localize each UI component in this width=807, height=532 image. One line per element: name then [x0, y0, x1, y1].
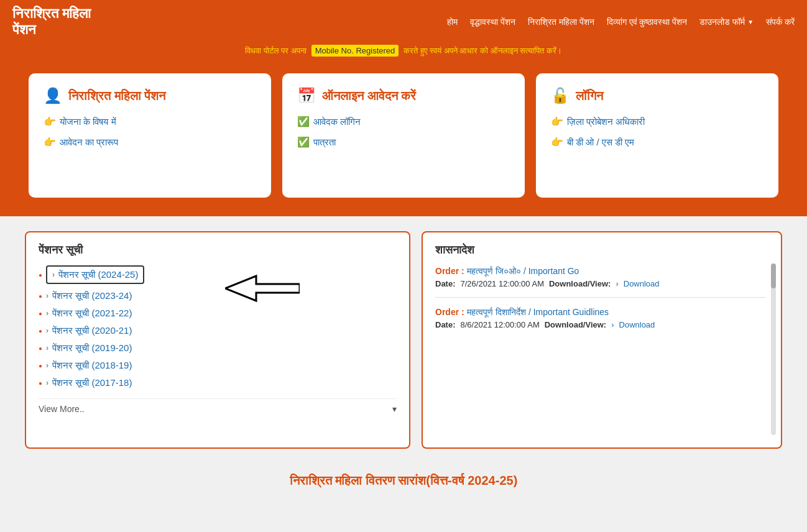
- check-icon-2: ✅: [297, 136, 310, 148]
- card3-link1[interactable]: 👉 ज़िला प्रोबेशन अधिकारी: [551, 116, 763, 127]
- card-online-apply: 📅 ऑनलाइन आवेदन करें ✅ आवेदक लॉगिन ✅ पात्…: [282, 73, 525, 198]
- nav-disabled-pension[interactable]: दिव्यांग एवं कुष्ठावस्था पेंशन: [607, 17, 688, 27]
- list-item: ● › पेंशनर सूची (2019-20): [39, 342, 397, 354]
- card3-link2[interactable]: 👉 बी डी ओ / एस डी एम: [551, 136, 763, 148]
- list-item: ● › पेंशनर सूची (2017-18): [39, 377, 397, 388]
- chevron-icon: ›: [46, 378, 48, 387]
- list-item: ● › पेंशनर सूची (2024-25): [39, 265, 397, 284]
- header: निराश्रित महिला पेंशन होम वृद्धावस्था पे…: [0, 0, 807, 44]
- nav-download-form-label: डाउनलोड फॉर्म: [699, 17, 745, 27]
- pensioner-link-2023[interactable]: पेंशनर सूची (2023-24): [52, 290, 132, 301]
- card1-link2[interactable]: 👉 आवेदन का प्रारूप: [44, 136, 256, 148]
- hand-icon: 👉: [44, 116, 56, 127]
- pensioner-link-2020[interactable]: पेंशनर सूची (2020-21): [52, 325, 132, 336]
- bullet-icon: ●: [39, 272, 42, 278]
- content-section: पेंशनर सूची ● › पेंशनर सूची (2024-25) ● …: [0, 216, 807, 464]
- site-logo: निराश्रित महिला पेंशन: [12, 6, 91, 39]
- card3-title: 🔓 लॉगिन: [551, 87, 763, 104]
- order-date-label: Date:: [435, 320, 456, 329]
- ticker-highlight: Mobile No. Registered: [311, 45, 399, 57]
- order-item: Order : महत्वपूर्ण जि०ओ० / Important Go …: [435, 265, 766, 298]
- chevron-icon: ›: [46, 291, 48, 300]
- nav-home[interactable]: होम: [447, 17, 458, 27]
- bullet-icon: ●: [39, 310, 42, 317]
- chevron-icon: ›: [52, 270, 55, 279]
- order-label: Order :: [435, 307, 464, 317]
- list-item: ● › पेंशनर सूची (2020-21): [39, 325, 397, 336]
- chevron-icon: ›: [46, 309, 48, 318]
- pensioner-link-2021[interactable]: पेंशनर सूची (2021-22): [52, 308, 132, 319]
- nav-download-form[interactable]: डाउनलोड फॉर्म ▼: [699, 17, 754, 27]
- pensioner-link-2024[interactable]: पेंशनर सूची (2024-25): [58, 269, 138, 280]
- chevron-icon: ›: [46, 361, 48, 370]
- list-item: ● › पेंशनर सूची (2021-22): [39, 308, 397, 319]
- hand-icon-2: 👉: [44, 136, 56, 148]
- order-download-link-2[interactable]: Download: [619, 320, 655, 329]
- footer-heading-section: निराश्रित महिला वितरण सारांश(वित्त-वर्ष …: [0, 464, 807, 498]
- logo-line1: निराश्रित महिला: [12, 6, 91, 21]
- left-arrow-icon: [225, 273, 300, 304]
- bullet-icon: ●: [39, 293, 42, 300]
- highlighted-item[interactable]: › पेंशनर सूची (2024-25): [46, 265, 144, 284]
- logo-line2: पेंशन: [12, 22, 36, 37]
- bullet-icon: ●: [39, 362, 42, 369]
- card1-link1[interactable]: 👉 योजना के विषय में: [44, 116, 256, 127]
- order-download-link[interactable]: Download: [624, 279, 660, 288]
- order-item: Order : महत्वपूर्ण दिशानिर्देश / Importa…: [435, 306, 766, 338]
- pensioner-list-heading: पेंशनर सूची: [39, 244, 397, 257]
- card-login: 🔓 लॉगिन 👉 ज़िला प्रोबेशन अधिकारी 👉 बी डी…: [536, 73, 778, 198]
- bullet-icon: ●: [39, 380, 42, 387]
- order-label: Order :: [435, 266, 464, 276]
- order-download-label: Download/View:: [545, 320, 606, 329]
- nav-old-age[interactable]: वृद्धावस्था पेंशन: [470, 17, 515, 27]
- main-nav: होम वृद्धावस्था पेंशन निराश्रित महिला पे…: [91, 17, 795, 27]
- order-list: Order : महत्वपूर्ण जि०ओ० / Important Go …: [435, 265, 768, 347]
- svg-marker-0: [225, 276, 300, 301]
- view-more-button[interactable]: View More.. ▾: [39, 398, 397, 414]
- scrollbar[interactable]: [771, 264, 776, 435]
- hand-icon-3: 👉: [551, 116, 563, 127]
- card2-link1[interactable]: ✅ आवेदक लॉगिन: [297, 116, 510, 127]
- govt-orders-heading: शासनादेश: [435, 244, 768, 257]
- govt-orders-box: शासनादेश Order : महत्वपूर्ण जि०ओ० / Impo…: [422, 231, 782, 449]
- chevron-icon: ›: [46, 326, 48, 335]
- order-title-row: Order : महत्वपूर्ण दिशानिर्देश / Importa…: [435, 306, 766, 318]
- ticker-bar: विधवा पोर्टल पर अपना Mobile No. Register…: [0, 44, 807, 61]
- order-date-row: Date: 8/6/2021 12:00:00 AM Download/View…: [435, 320, 766, 329]
- order-download-label: Download/View:: [549, 279, 611, 288]
- pensioner-link-2018[interactable]: पेंशनर सूची (2018-19): [52, 360, 132, 371]
- hand-icon-4: 👉: [551, 136, 563, 148]
- order-date-value: 7/26/2021 12:00:00 AM: [461, 279, 544, 288]
- check-icon: ✅: [297, 116, 310, 127]
- chevron-down-icon: ▾: [392, 404, 397, 414]
- pensioner-link-2019[interactable]: पेंशनर सूची (2019-20): [52, 342, 132, 354]
- lock-icon: 🔓: [551, 87, 570, 104]
- list-item: ● › पेंशनर सूची (2023-24): [39, 290, 397, 301]
- card-women-pension: 👤 निराश्रित महिला पेंशन 👉 योजना के विषय …: [29, 73, 271, 198]
- bullet-icon: ●: [39, 328, 42, 334]
- nav-women-pension[interactable]: निराश्रित महिला पेंशन: [528, 17, 594, 27]
- calendar-icon: 📅: [297, 87, 316, 104]
- women-icon: 👤: [44, 87, 62, 104]
- card2-link2[interactable]: ✅ पात्रता: [297, 136, 510, 148]
- pensioner-list: ● › पेंशनर सूची (2024-25) ● › पेंशनर सूच…: [39, 265, 397, 388]
- footer-title: निराश्रित महिला वितरण सारांश(वित्त-वर्ष …: [10, 474, 797, 488]
- order-title-row: Order : महत्वपूर्ण जि०ओ० / Important Go: [435, 265, 766, 277]
- arrow-indicator: [225, 273, 300, 304]
- nav-contact[interactable]: संपर्क करें: [766, 17, 795, 27]
- chevron-icon: ›: [46, 344, 48, 352]
- view-more-label: View More..: [39, 404, 85, 414]
- order-title-text: महत्वपूर्ण दिशानिर्देश / Important Guidl…: [467, 307, 609, 317]
- list-item: ● › पेंशनर सूची (2018-19): [39, 360, 397, 371]
- cards-section: 👤 निराश्रित महिला पेंशन 👉 योजना के विषय …: [0, 61, 807, 216]
- card1-title: 👤 निराश्रित महिला पेंशन: [44, 87, 256, 104]
- order-arrow: ›: [611, 320, 614, 329]
- order-date-row: Date: 7/26/2021 12:00:00 AM Download/Vie…: [435, 279, 766, 288]
- pensioner-list-box: पेंशनर सूची ● › पेंशनर सूची (2024-25) ● …: [25, 231, 410, 449]
- card2-title: 📅 ऑनलाइन आवेदन करें: [297, 87, 510, 104]
- chevron-down-icon: ▼: [747, 19, 754, 25]
- pensioner-link-2017[interactable]: पेंशनर सूची (2017-18): [52, 377, 132, 388]
- order-arrow: ›: [616, 279, 618, 288]
- order-date-value: 8/6/2021 12:00:00 AM: [461, 320, 540, 329]
- order-title-text: महत्वपूर्ण जि०ओ० / Important Go: [467, 266, 579, 276]
